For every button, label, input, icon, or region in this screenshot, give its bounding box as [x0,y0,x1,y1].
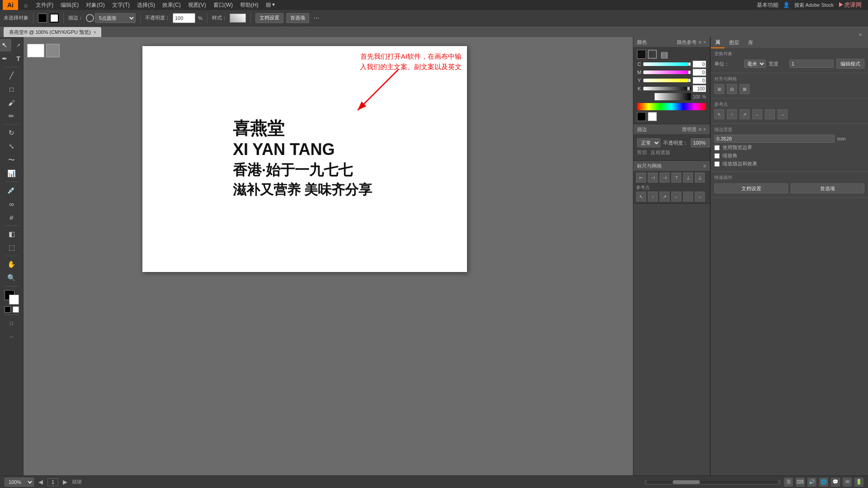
ref-icon-5[interactable]: · [765,109,775,119]
ref-ml-icon[interactable]: ← [671,192,681,202]
quick-preferences-btn[interactable]: 首选项 [791,183,864,193]
line-tool[interactable]: ╱ [5,69,18,82]
taskbar-network-icon[interactable]: 🌐 [819,478,828,487]
ref-tl-icon[interactable]: ↖ [636,192,646,202]
k-value[interactable] [693,85,706,92]
page-input[interactable]: 1 [47,478,58,486]
background-swatch[interactable] [9,295,19,305]
gradient-tool[interactable]: ◧ [5,228,18,240]
brand-origin[interactable]: 香港·始于一九七七 [233,160,372,180]
horizontal-scrollbar[interactable] [645,479,780,485]
tab-layers[interactable]: 图层 [725,38,744,48]
fill-box[interactable] [637,50,646,59]
align-center-h-icon[interactable]: ⊣ [648,173,658,183]
pencil-tool[interactable]: ✏ [5,110,18,122]
document-tab[interactable]: 喜燕堂® @ 100% (CMYK/GPU 预览) × [4,27,101,37]
taskbar-msg-icon[interactable]: 💬 [831,478,840,487]
width-input[interactable] [789,60,834,68]
brand-slogan[interactable]: 滋补又营养 美味齐分享 [233,180,372,199]
brand-name-cn[interactable]: 喜燕堂 [233,118,372,139]
ag-icon-2[interactable]: ⊟ [727,84,737,94]
direct-selection-tool[interactable]: ↗ [12,39,25,52]
swatch-gray[interactable] [46,44,60,57]
quick-doc-settings-btn[interactable]: 文档设置 [714,183,788,193]
bg-color-swatch[interactable] [648,112,657,121]
y-slider[interactable] [643,79,691,82]
extra-tools-btn[interactable]: ··· [5,330,18,343]
pen-tool[interactable]: ✒ [0,52,11,65]
taskbar-keyboard-icon[interactable]: ⌨ [796,478,805,487]
m-value[interactable] [693,69,706,76]
menu-view[interactable]: 视图(V) [185,0,209,10]
m-slider[interactable] [643,70,691,74]
selection-tool[interactable]: ↖ [0,39,11,52]
menu-file[interactable]: 文件(F) [33,0,57,10]
ref-icon-3[interactable]: ↗ [740,109,750,119]
swatch-white[interactable] [27,44,44,57]
fg-color-swatch[interactable] [637,112,646,121]
menu-select[interactable]: 选择(S) [134,0,158,10]
taskbar-input-icon[interactable]: 英 [784,478,793,487]
page-next-btn[interactable]: ▶ [63,479,67,485]
scale-stroke-check[interactable] [714,161,720,167]
style-swatch[interactable] [230,14,246,23]
zoom-select[interactable]: 100% 50% 200% [5,478,34,487]
stroke-panel-toggle[interactable]: ≡ [698,127,701,132]
align-center-v-icon[interactable]: ⊥ [683,173,693,183]
warp-tool[interactable]: 〜 [5,154,18,166]
ref-icon-2[interactable]: ↑ [727,109,737,119]
page-prev-btn[interactable]: ◀ [38,479,43,485]
rect-tool[interactable]: □ [5,83,18,95]
stroke-panel-close[interactable]: × [703,127,706,132]
scale-corners-check[interactable] [714,153,720,159]
tab-library[interactable]: 库 [744,38,758,48]
transform-tool[interactable]: ⬚ [5,241,18,254]
color-panel-close[interactable]: × [703,39,706,45]
zoom-tool[interactable]: 🔍 [5,272,18,284]
menu-type[interactable]: 文字(T) [109,0,133,10]
normal-mode-btn[interactable]: □ [5,317,18,329]
c-value[interactable] [693,61,706,68]
panel-collapse-btn[interactable]: » [856,32,864,37]
menu-effects[interactable]: 效果(C) [159,0,184,10]
brand-name-en[interactable]: XI YAN TANG [233,139,372,160]
workspace-selector[interactable]: 基本功能 [757,1,778,9]
ref-tc-icon[interactable]: ↑ [648,192,658,202]
menu-window[interactable]: 窗口(W) [210,0,236,10]
edit-mode-btn[interactable]: 编辑模式 [836,59,864,69]
scroll-thumb[interactable] [673,480,700,484]
use-preview-bounds-check[interactable] [714,145,720,150]
ref-mr-icon[interactable]: → [695,192,705,202]
user-icon[interactable]: 👤 [783,2,790,8]
align-top-icon[interactable]: ⊤ [671,173,681,183]
ref-mc-icon[interactable]: · [683,192,693,202]
graph-tool[interactable]: 📊 [5,167,18,180]
unit-select[interactable]: 毫米 像素 厘米 [744,60,766,68]
taskbar-volume-icon[interactable]: 🔊 [807,478,816,487]
gradient-icon[interactable]: ▤ [660,50,667,56]
stroke-weight-select[interactable]: 5点圆形 [95,13,136,23]
menu-object[interactable]: 对象(O) [83,0,108,10]
rotate-tool[interactable]: ↻ [5,127,18,139]
stroke-swatch[interactable] [50,14,59,23]
blend-tool[interactable]: ∞ [5,197,18,210]
align-right-icon[interactable]: ⊣ [660,173,670,183]
align-toggle[interactable]: ≡ [703,163,706,169]
doc-settings-btn[interactable]: 文档设置 [255,13,283,23]
ag-icon-3[interactable]: ⊠ [740,84,750,94]
ref-tr-icon[interactable]: ↗ [660,192,670,202]
menu-edit[interactable]: 编辑(E) [57,0,82,10]
align-left-icon[interactable]: ⊢ [636,173,646,183]
paintbrush-tool[interactable]: 🖌 [5,96,18,109]
color-spectrum[interactable] [637,103,706,110]
k-slider[interactable] [643,87,691,90]
preferences-btn[interactable]: 首选项 [286,13,309,23]
align-bottom-icon[interactable]: ⊥ [695,173,705,183]
stock-search[interactable]: 搜索 Adobe Stock [794,2,834,9]
tab-properties[interactable]: 属 [711,37,725,48]
toolbar-extra-icon[interactable]: ⋯ [314,15,319,21]
y-value[interactable] [693,77,706,84]
blend-mode-select[interactable]: 正常 [637,138,660,147]
ref-icon-1[interactable]: ↖ [714,109,724,119]
c-slider[interactable] [643,62,691,66]
